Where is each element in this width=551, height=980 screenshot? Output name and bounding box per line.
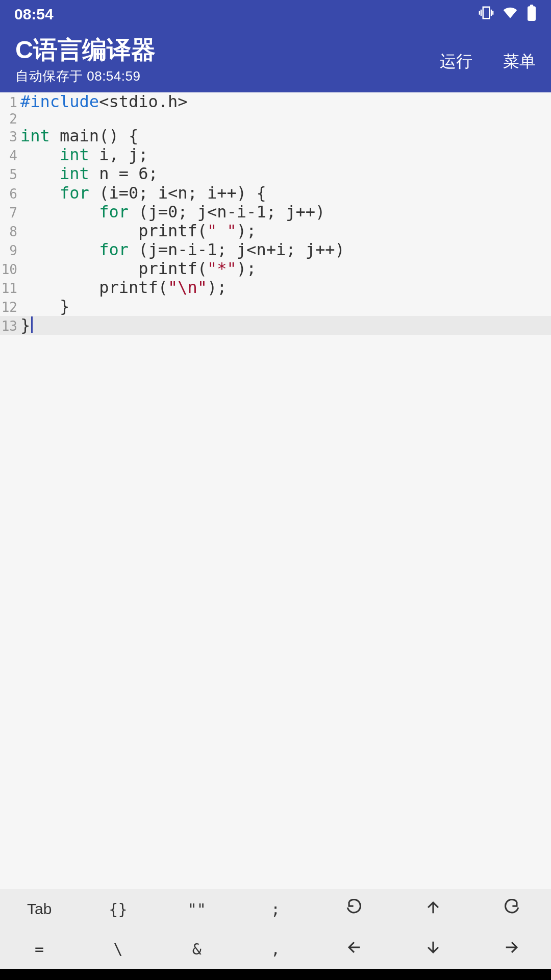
key-[interactable]: , — [236, 929, 315, 969]
code-line[interactable]: 1#include<stdio.h> — [0, 92, 551, 111]
key-[interactable]: ; — [236, 889, 315, 929]
code-line[interactable]: 7 for (j=0; j<n-i-1; j++) — [0, 203, 551, 222]
code-line[interactable]: 2 — [0, 111, 551, 127]
status-time: 08:54 — [14, 6, 54, 23]
code-line[interactable]: 13} — [0, 316, 551, 335]
line-number: 9 — [0, 243, 20, 258]
down-arrow-button[interactable] — [393, 929, 472, 969]
line-number: 5 — [0, 167, 20, 182]
redo-button[interactable] — [472, 889, 551, 929]
line-number: 7 — [0, 205, 20, 220]
code-content[interactable]: int n = 6; — [20, 164, 158, 183]
key-[interactable]: \ — [79, 929, 157, 969]
app-title-block: C语言编译器 自动保存于 08:54:59 — [15, 34, 156, 85]
status-bar: 08:54 — [0, 0, 551, 29]
line-number: 6 — [0, 186, 20, 202]
line-number: 8 — [0, 224, 20, 239]
code-editor[interactable]: 1#include<stdio.h>23int main() {4 int i,… — [0, 92, 551, 335]
app-title: C语言编译器 — [15, 34, 156, 66]
code-content[interactable]: printf("\n"); — [20, 278, 227, 297]
code-content[interactable]: } — [20, 297, 69, 316]
down-arrow-icon — [424, 939, 442, 960]
status-icons — [479, 5, 537, 24]
svg-rect-0 — [528, 6, 536, 21]
code-line[interactable]: 12 } — [0, 297, 551, 316]
navigation-bar — [0, 969, 551, 980]
code-content[interactable]: for (j=n-i-1; j<n+i; j++) — [20, 240, 345, 259]
key-Tab[interactable]: Tab — [0, 889, 79, 929]
vibrate-icon — [479, 5, 494, 24]
run-button[interactable]: 运行 — [440, 51, 472, 73]
key-[interactable]: "" — [158, 889, 236, 929]
quick-key-toolbar: Tab{}"";=\&, — [0, 889, 551, 969]
up-arrow-icon — [424, 899, 442, 920]
code-line[interactable]: 6 for (i=0; i<n; i++) { — [0, 184, 551, 203]
code-line[interactable]: 8 printf(" "); — [0, 222, 551, 240]
undo-button[interactable] — [315, 889, 393, 929]
line-number: 10 — [0, 262, 20, 277]
line-number: 2 — [0, 111, 20, 127]
line-number: 13 — [0, 318, 20, 334]
code-content[interactable]: for (j=0; j<n-i-1; j++) — [20, 203, 325, 222]
key-[interactable]: & — [158, 929, 236, 969]
left-arrow-button[interactable] — [315, 929, 393, 969]
code-line[interactable]: 10 printf("*"); — [0, 259, 551, 278]
code-content[interactable]: int main() { — [20, 127, 138, 145]
undo-icon — [345, 899, 363, 920]
wifi-icon — [502, 5, 518, 24]
line-number: 11 — [0, 281, 20, 296]
line-number: 3 — [0, 129, 20, 144]
line-number: 4 — [0, 148, 20, 163]
key-[interactable]: = — [0, 929, 79, 969]
right-arrow-button[interactable] — [472, 929, 551, 969]
up-arrow-button[interactable] — [393, 889, 472, 929]
code-content[interactable]: #include<stdio.h> — [20, 92, 188, 111]
code-content[interactable]: } — [20, 316, 33, 335]
code-content[interactable]: printf(" "); — [20, 222, 256, 240]
left-arrow-icon — [345, 939, 363, 960]
code-line[interactable]: 4 int i, j; — [0, 145, 551, 164]
code-content[interactable]: printf("*"); — [20, 259, 256, 278]
app-bar: C语言编译器 自动保存于 08:54:59 运行 菜单 — [0, 29, 551, 92]
code-line[interactable]: 11 printf("\n"); — [0, 278, 551, 297]
menu-button[interactable]: 菜单 — [503, 51, 536, 73]
text-cursor — [31, 316, 33, 333]
line-number: 1 — [0, 95, 20, 110]
autosave-status: 自动保存于 08:54:59 — [15, 67, 156, 85]
code-line[interactable]: 5 int n = 6; — [0, 164, 551, 183]
code-content[interactable]: int i, j; — [20, 145, 148, 164]
redo-icon — [503, 899, 520, 920]
key-[interactable]: {} — [79, 889, 157, 929]
line-number: 12 — [0, 300, 20, 315]
svg-rect-1 — [530, 5, 533, 7]
right-arrow-icon — [503, 939, 520, 960]
battery-icon — [527, 5, 537, 24]
code-line[interactable]: 9 for (j=n-i-1; j<n+i; j++) — [0, 240, 551, 259]
code-line[interactable]: 3int main() { — [0, 127, 551, 145]
code-content[interactable]: for (i=0; i<n; i++) { — [20, 184, 266, 203]
